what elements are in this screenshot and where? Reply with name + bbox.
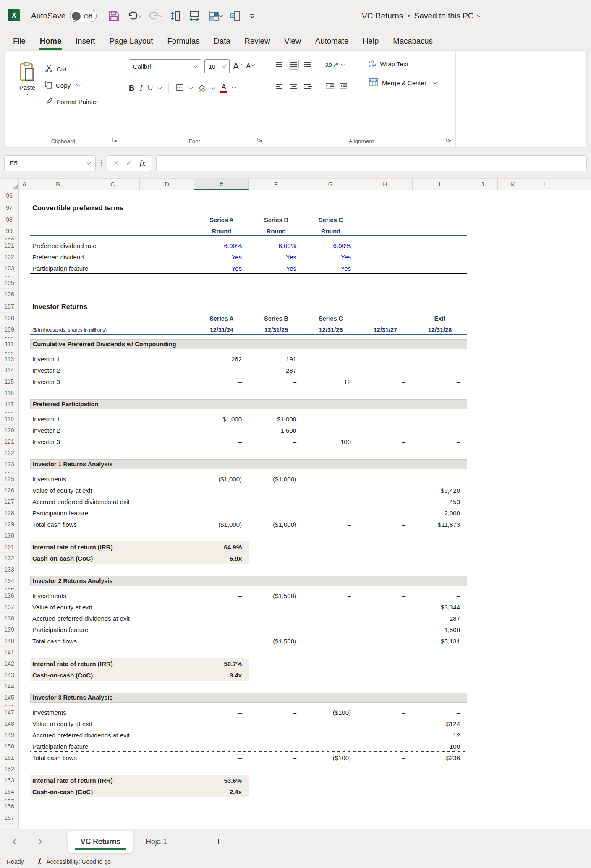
cell-H140[interactable]: – <box>358 635 413 647</box>
column-header-C[interactable]: C <box>86 179 140 190</box>
cell-G147[interactable]: ($100) <box>303 707 358 718</box>
row-header-136[interactable]: 136 <box>0 590 19 601</box>
cell-B147[interactable]: Investments <box>30 707 86 718</box>
cell-H147[interactable]: – <box>358 707 413 718</box>
insert-function-icon[interactable]: fx <box>140 159 146 168</box>
redo-icon[interactable] <box>147 9 164 23</box>
cell-I137[interactable]: $3,344 <box>413 601 467 613</box>
row-header-117[interactable]: 117 <box>0 399 19 410</box>
cell-E102[interactable]: Yes <box>194 251 249 263</box>
row-header-128[interactable]: 128 <box>0 507 19 519</box>
autosave-toggle[interactable]: AutoSave Off <box>31 10 97 22</box>
align-center-button[interactable] <box>289 81 299 92</box>
cell-I115[interactable]: – <box>413 376 467 387</box>
document-title-chip[interactable]: VC Returns • Saved to this PC <box>362 0 481 32</box>
cell-G151[interactable]: ($100) <box>303 752 358 763</box>
align-middle-button[interactable] <box>289 60 299 70</box>
ribbon-tab-help[interactable]: Help <box>356 32 386 50</box>
increase-indent-button[interactable] <box>339 82 348 91</box>
ribbon-tab-insert[interactable]: Insert <box>68 32 102 50</box>
cell-E121[interactable]: – <box>194 436 249 447</box>
cell-B140[interactable]: Total cash flows <box>30 635 86 647</box>
row-header-99[interactable]: 99 <box>0 225 19 237</box>
fill-color-button[interactable] <box>198 84 207 93</box>
ribbon-tab-formulas[interactable]: Formulas <box>160 32 207 50</box>
row-header-116[interactable]: 116 <box>0 387 19 399</box>
cell-E115[interactable]: – <box>194 376 249 387</box>
row-header-130[interactable]: 130 <box>0 530 19 541</box>
cell-G140[interactable]: – <box>303 635 358 647</box>
underline-dropdown-icon[interactable] <box>158 86 162 90</box>
row-header-157[interactable]: 157 <box>0 812 19 824</box>
column-header-B[interactable]: B <box>30 179 86 190</box>
cell-E101[interactable]: 6.00% <box>194 240 249 251</box>
row-header-113[interactable]: 113 <box>0 353 19 365</box>
font-dialog-launcher-icon[interactable] <box>257 136 262 144</box>
cell-E129[interactable]: ($1,000) <box>194 519 249 530</box>
increase-font-size-button[interactable]: A <box>233 61 243 71</box>
cell-G136[interactable]: – <box>303 590 358 601</box>
cell-B148[interactable]: Value of equity at exit <box>30 718 86 729</box>
autosave-switch[interactable]: Off <box>70 10 97 22</box>
font-color-dropdown-icon[interactable] <box>232 86 236 90</box>
row-header-156[interactable]: 156 <box>0 801 19 812</box>
cell-I121[interactable]: – <box>413 436 467 447</box>
cell-E131[interactable]: 64.9% <box>194 541 249 553</box>
column-header-D[interactable]: D <box>140 179 194 190</box>
cell-I138[interactable]: 287 <box>413 613 467 624</box>
cell-G108[interactable]: Series C <box>303 313 358 324</box>
cell-F147[interactable]: – <box>249 707 303 718</box>
decrease-indent-button[interactable] <box>325 82 335 91</box>
cell-B137[interactable]: Value of equity at exit <box>30 601 86 613</box>
cell-F136[interactable]: ($1,500) <box>249 590 303 601</box>
sheet-tab-vc-returns[interactable]: VC Returns <box>68 831 133 853</box>
row-header-115[interactable]: 115 <box>0 376 19 387</box>
cell-G125[interactable]: – <box>303 473 358 485</box>
row-height-icon[interactable] <box>168 8 183 24</box>
cell-B115[interactable]: Investor 3 <box>30 376 86 387</box>
cell-B132[interactable]: Cash-on-cash (CoC) <box>30 553 86 564</box>
align-right-button[interactable] <box>303 81 313 92</box>
font-color-button[interactable]: A <box>220 84 227 93</box>
cell-H129[interactable]: – <box>358 519 413 530</box>
cell-G102[interactable]: Yes <box>303 251 358 263</box>
cell-H120[interactable]: – <box>358 425 413 436</box>
row-header-141[interactable]: 141 <box>0 647 19 658</box>
row-header-111[interactable]: 111 <box>0 339 19 350</box>
cancel-formula-icon[interactable]: × <box>114 159 118 167</box>
row-header-147[interactable]: 147 <box>0 707 19 718</box>
bold-button[interactable]: B <box>129 84 134 93</box>
cell-H113[interactable]: – <box>358 353 413 365</box>
row-header-101[interactable]: 101 <box>0 240 19 251</box>
undo-dropdown-icon[interactable] <box>138 13 142 18</box>
align-bottom-button[interactable] <box>303 60 313 70</box>
cell-E120[interactable]: – <box>194 425 249 436</box>
clipboard-dialog-launcher-icon[interactable] <box>112 136 118 144</box>
cell-E103[interactable]: Yes <box>194 263 249 274</box>
format-painter-button[interactable]: Format Painter <box>45 97 98 106</box>
ribbon-tab-file[interactable]: File <box>6 32 33 50</box>
cell-G114[interactable]: – <box>303 365 358 376</box>
align-left-button[interactable] <box>275 81 285 92</box>
cell-E136[interactable]: – <box>194 590 249 601</box>
cell-B126[interactable]: Value of equity at exit <box>30 485 86 496</box>
cell-H125[interactable]: – <box>358 473 413 485</box>
row-header-100[interactable]: 100 <box>0 237 19 240</box>
column-width-icon[interactable] <box>187 8 202 24</box>
cell-B139[interactable]: Participation feature <box>30 624 86 635</box>
freeze-panes-icon[interactable]: * <box>206 8 224 24</box>
name-box[interactable]: E5 <box>4 155 96 171</box>
column-header-L[interactable]: L <box>528 179 562 190</box>
cell-I126[interactable]: $9,420 <box>413 485 467 496</box>
cell-B154[interactable]: Cash-on-cash (CoC) <box>30 786 86 797</box>
paste-button[interactable]: Paste <box>10 58 45 147</box>
undo-icon[interactable] <box>126 9 143 23</box>
ribbon-tab-page-layout[interactable]: Page Layout <box>102 32 160 50</box>
row-header-155[interactable]: 155 <box>0 797 19 801</box>
column-header-J[interactable]: J <box>467 179 498 190</box>
qat-overflow-icon[interactable] <box>247 10 258 21</box>
row-header-114[interactable]: 114 <box>0 365 19 376</box>
row-header-153[interactable]: 153 <box>0 775 19 786</box>
row-header-150[interactable]: 150 <box>0 741 19 752</box>
cell-I108[interactable]: Exit <box>413 313 467 324</box>
